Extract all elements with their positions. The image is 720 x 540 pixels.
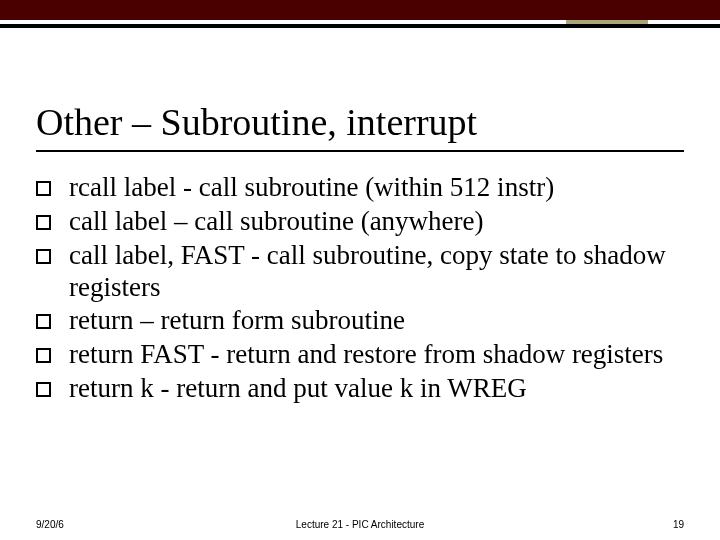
- footer-center: Lecture 21 - PIC Architecture: [0, 519, 720, 530]
- list-item: call label, FAST - call subroutine, copy…: [36, 240, 684, 304]
- bullet-list: rcall label - call subroutine (within 51…: [36, 172, 684, 407]
- list-item-text: return – return form subroutine: [69, 305, 405, 337]
- square-bullet-icon: [36, 382, 51, 397]
- title-underline: [36, 150, 684, 152]
- slide: Other – Subroutine, interrupt rcall labe…: [0, 0, 720, 540]
- square-bullet-icon: [36, 249, 51, 264]
- list-item-text: rcall label - call subroutine (within 51…: [69, 172, 554, 204]
- list-item: return FAST - return and restore from sh…: [36, 339, 684, 371]
- slide-title: Other – Subroutine, interrupt: [36, 100, 477, 144]
- square-bullet-icon: [36, 314, 51, 329]
- list-item-text: return k - return and put value k in WRE…: [69, 373, 527, 405]
- list-item-text: call label – call subroutine (anywhere): [69, 206, 484, 238]
- decor-top-bar: [0, 0, 720, 20]
- decor-thin-rule: [0, 24, 720, 28]
- footer-page-number: 19: [673, 519, 684, 530]
- list-item-text: return FAST - return and restore from sh…: [69, 339, 663, 371]
- square-bullet-icon: [36, 181, 51, 196]
- list-item-text: call label, FAST - call subroutine, copy…: [69, 240, 684, 304]
- square-bullet-icon: [36, 215, 51, 230]
- square-bullet-icon: [36, 348, 51, 363]
- list-item: return k - return and put value k in WRE…: [36, 373, 684, 405]
- list-item: call label – call subroutine (anywhere): [36, 206, 684, 238]
- list-item: rcall label - call subroutine (within 51…: [36, 172, 684, 204]
- list-item: return – return form subroutine: [36, 305, 684, 337]
